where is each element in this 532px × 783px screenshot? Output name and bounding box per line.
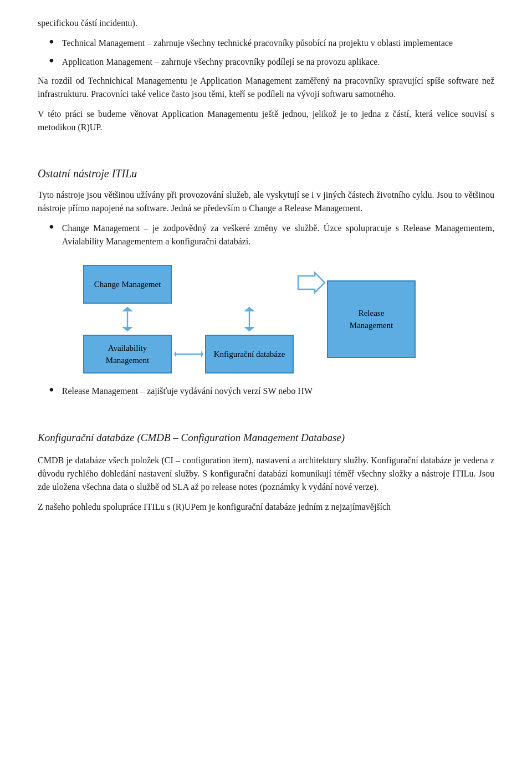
right-arrow-icon <box>295 272 326 298</box>
bullet-dot-1: • <box>49 34 54 50</box>
change-management-label: Change Managemet <box>94 278 161 291</box>
bullet-dot-2: • <box>49 53 54 69</box>
bullet-item-3: • Change Management – je zodpovědný za v… <box>49 222 494 248</box>
bullet-item-4: • Release Management – zajišťuje vydáván… <box>49 385 494 398</box>
bullet-text-1: Technical Management – zahrnuje všechny … <box>62 37 494 50</box>
svg-marker-9 <box>201 351 203 357</box>
bullet-text-2: Application Management – zahrnuje všechn… <box>62 55 494 69</box>
diagram: Change Managemet Release Management <box>83 265 449 373</box>
paragraph-3: V této práci se budeme věnovat Applicati… <box>38 108 494 134</box>
paragraph-4: Tyto nástroje jsou většinou užívány při … <box>38 188 494 215</box>
bullet-item-2: • Application Management – zahrnuje všec… <box>49 55 494 69</box>
konfiguraci-databaze-box: Knfigurační databáze <box>205 335 294 373</box>
availability-management-label: Availability Management <box>90 342 165 367</box>
paragraph-2: Na rozdíl od Technichical Managementu je… <box>38 74 494 101</box>
svg-marker-8 <box>174 351 176 357</box>
svg-marker-3 <box>122 327 133 331</box>
bullet-text-4: Release Management – zajišťuje vydávání … <box>62 385 494 398</box>
release-management-label: Release Management <box>350 307 393 332</box>
release-management-box: Release Management <box>327 280 416 358</box>
svg-marker-6 <box>244 327 255 331</box>
svg-marker-2 <box>122 307 133 311</box>
bullet-dot-4: • <box>49 382 54 398</box>
first-paragraph: specifickou částí incidentu). <box>38 17 494 30</box>
konfiguraci-databaze-label: Knfigurační databáze <box>214 348 285 361</box>
italic-section-heading: Konfigurační databáze (CMDB – Configurat… <box>38 430 494 446</box>
svg-marker-5 <box>244 307 255 311</box>
section-heading: Ostatní nástroje ITILu <box>38 165 494 182</box>
paragraph-6: Z našeho pohledu spolupráce ITILu s (R)U… <box>38 500 494 514</box>
vertical-arrow-center <box>239 304 259 335</box>
horizontal-double-arrow-icon <box>173 346 204 362</box>
svg-marker-0 <box>298 273 325 293</box>
paragraph-5: CMDB je databáze všech položek (CI – con… <box>38 454 494 494</box>
availability-management-box: Availability Management <box>83 335 172 373</box>
bullet-dot-3: • <box>49 219 54 235</box>
change-management-box: Change Managemet <box>83 265 172 304</box>
bullet-item-1: • Technical Management – zahrnuje všechn… <box>49 37 494 50</box>
vertical-arrow-left <box>117 304 137 335</box>
bullet-text-3: Change Management – je zodpovědný za veš… <box>62 222 494 248</box>
